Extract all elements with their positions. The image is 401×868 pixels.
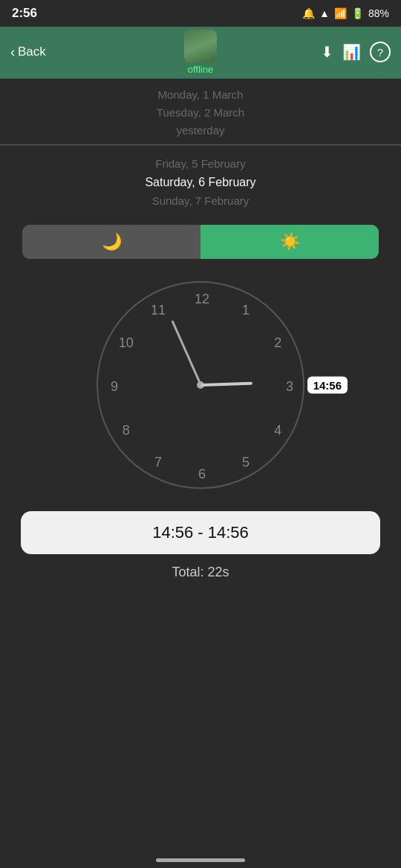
minute-hand xyxy=(171,320,201,385)
back-button[interactable]: ‹ Back xyxy=(10,45,46,60)
clock-number-8: 8 xyxy=(123,422,130,438)
offline-label: offline xyxy=(188,64,213,75)
header: ‹ Back offline ⬇ 📊 ? xyxy=(0,27,401,79)
clock-number-4: 4 xyxy=(274,422,281,438)
alarm-icon: 🔔 xyxy=(302,7,315,19)
date-item-5: Saturday, 6 February xyxy=(0,173,401,192)
time-range-box[interactable]: 14:56 - 14:56 xyxy=(21,511,380,554)
total-label: Total: 22s xyxy=(0,565,401,580)
signal-icon: 📶 xyxy=(334,7,347,19)
date-item-2: Tuesday, 2 March xyxy=(0,104,401,122)
header-actions: ⬇ 📊 ? xyxy=(321,42,391,62)
date-item-4: Friday, 5 February xyxy=(0,155,401,173)
clock-number-10: 10 xyxy=(119,335,134,350)
home-indicator xyxy=(156,858,245,862)
status-icons: 🔔 ▲ 📶 🔋 88% xyxy=(302,7,389,19)
date-scroll: Monday, 1 March Tuesday, 2 March yesterd… xyxy=(0,79,401,145)
toggle-row: 🌙 ☀️ xyxy=(22,225,379,259)
download-icon[interactable]: ⬇ xyxy=(321,43,333,61)
moon-icon: 🌙 xyxy=(102,232,122,251)
wifi-icon: ▲ xyxy=(319,7,330,19)
chart-icon[interactable]: 📊 xyxy=(342,43,361,61)
avatar xyxy=(184,30,217,62)
header-center: offline xyxy=(184,30,217,75)
clock-container: 14:56 121234567891011 xyxy=(0,266,401,496)
date-item-1: Monday, 1 March xyxy=(0,86,401,104)
sun-icon: ☀️ xyxy=(280,232,300,251)
clock-number-6: 6 xyxy=(198,466,206,481)
status-bar: 2:56 🔔 ▲ 📶 🔋 88% xyxy=(0,0,401,27)
clock-number-3: 3 xyxy=(286,378,293,394)
help-icon[interactable]: ? xyxy=(370,42,391,62)
battery-percent: 88% xyxy=(368,7,389,19)
clock-number-9: 9 xyxy=(111,378,118,394)
time-badge: 14:56 xyxy=(307,376,348,393)
hour-hand xyxy=(200,381,252,386)
status-time: 2:56 xyxy=(12,6,37,21)
clock-number-11: 11 xyxy=(151,303,166,318)
date-item-yesterday: yesterday xyxy=(0,122,401,139)
date-scroll-2: Friday, 5 February Saturday, 6 February … xyxy=(0,149,401,214)
back-chevron-icon: ‹ xyxy=(10,45,15,60)
clock-number-2: 2 xyxy=(274,335,281,350)
back-label: Back xyxy=(18,45,46,59)
clock-number-12: 12 xyxy=(195,291,209,306)
day-mode-button[interactable]: ☀️ xyxy=(200,225,379,259)
night-mode-button[interactable]: 🌙 xyxy=(22,225,200,259)
clock-number-7: 7 xyxy=(154,454,162,470)
clock-number-5: 5 xyxy=(242,454,250,470)
clock-face: 14:56 121234567891011 xyxy=(97,281,304,489)
date-item-6: Sunday, 7 February xyxy=(0,192,401,210)
battery-icon: 🔋 xyxy=(351,7,364,19)
time-range-text: 14:56 - 14:56 xyxy=(152,523,249,542)
clock-number-1: 1 xyxy=(242,303,250,318)
